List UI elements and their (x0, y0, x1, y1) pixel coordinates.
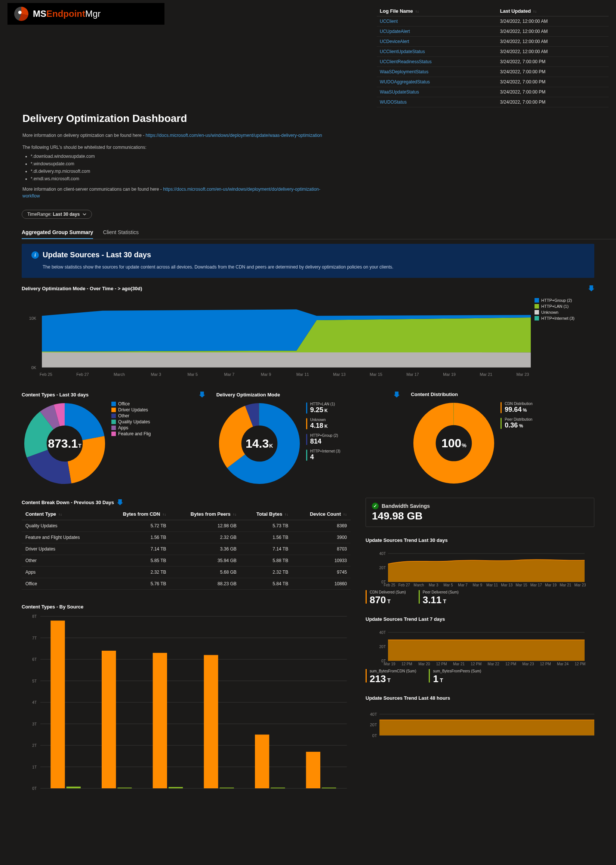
svg-text:Mar 17: Mar 17 (406, 372, 419, 377)
area-legend: HTTP+Group (2)HTTP+LAN (1)UnknownHTTP+In… (531, 294, 594, 380)
tab-aggregated-summary[interactable]: Aggregated Group Summary (22, 225, 93, 239)
log-file-link[interactable]: UCClient (377, 16, 497, 27)
svg-rect-53 (168, 787, 183, 788)
log-col-name[interactable]: Log File Name↑↓ (377, 6, 497, 16)
svg-text:7T: 7T (32, 636, 37, 640)
svg-rect-51 (117, 788, 132, 788)
savings-title: Bandwidth Savings (382, 503, 430, 509)
donut-content-types[interactable]: 873.1T (22, 401, 108, 486)
log-file-link[interactable]: UCUpdateAlert (377, 27, 497, 37)
legend-item: Driver Updates (112, 407, 205, 412)
col-content-type[interactable]: Content Type↑↓ (22, 508, 103, 520)
breakdown-table: Content Type↑↓ Bytes from CDN↑↓ Bytes fr… (22, 508, 350, 590)
brand-part1: MS (33, 9, 46, 19)
legend-item: Quality Updates (112, 419, 205, 425)
log-file-link[interactable]: UCClientUpdateStatus (377, 47, 497, 57)
log-updated: 3/24/2022, 12:00:00 AM (497, 47, 608, 57)
svg-text:Mar 15: Mar 15 (516, 583, 528, 587)
sort-icon[interactable]: ↑↓ (233, 512, 237, 516)
tab-client-statistics[interactable]: Client Statistics (103, 225, 139, 239)
whitelist-item: *.emdl.ws.microsoft.com (31, 175, 329, 182)
sort-icon[interactable]: ↑↓ (163, 512, 167, 516)
svg-text:Mar 23: Mar 23 (517, 372, 529, 377)
brand: MSEndpointMgr (8, 3, 165, 25)
svg-text:12 PM: 12 PM (505, 662, 516, 666)
stat-item: Unknown4.18 K (306, 418, 400, 430)
table-row: UCClient3/24/2022, 12:00:00 AM (377, 16, 608, 27)
svg-text:Mar 7: Mar 7 (458, 583, 468, 587)
sort-icon[interactable]: ↑↓ (415, 9, 419, 13)
svg-text:Mar 24: Mar 24 (557, 662, 569, 666)
time-range-dropdown[interactable]: TimeRange: Last 30 days (22, 210, 92, 219)
log-file-link[interactable]: WUDOAggregatedStatus (377, 77, 497, 87)
whitelist-list: *.download.windowsupdate.com*.windowsupd… (31, 153, 329, 182)
log-file-link[interactable]: WUDOStatus (377, 97, 497, 107)
svg-text:Mar 11: Mar 11 (486, 583, 498, 587)
sort-icon[interactable]: ↑↓ (58, 512, 62, 516)
svg-text:5T: 5T (32, 679, 37, 683)
bysource-chart[interactable]: 0T1T2T3T4T5T6T7T8T (22, 613, 350, 796)
stat-item: HTTP+LAN (1)9.25 K (306, 402, 400, 414)
svg-rect-59 (322, 788, 336, 788)
svg-rect-56 (255, 734, 269, 788)
col-cdn[interactable]: Bytes from CDN↑↓ (103, 508, 170, 520)
brand-part2: Endpoint (46, 9, 85, 19)
trend30-title: Update Sources Trend Last 30 days (366, 537, 448, 543)
page-title: Delivery Optimization Dashboard (22, 113, 616, 124)
col-devices[interactable]: Device Count↑↓ (292, 508, 350, 520)
check-icon: ✓ (372, 503, 379, 510)
pin-icon[interactable] (588, 285, 594, 291)
table-row: WUDOStatus3/24/2022, 7:00:00 PM (377, 97, 608, 107)
donut-do-mode[interactable]: 14.3K (217, 401, 302, 486)
svg-text:Mar 9: Mar 9 (473, 583, 482, 587)
svg-text:Mar 3: Mar 3 (151, 372, 161, 377)
pin-icon[interactable] (117, 499, 123, 505)
svg-text:10K: 10K (29, 316, 37, 321)
col-total[interactable]: Total Bytes↑↓ (240, 508, 292, 520)
log-file-link[interactable]: UCDeviceAlert (377, 37, 497, 47)
svg-text:Feb 27: Feb 27 (76, 372, 89, 377)
pin-icon[interactable] (394, 392, 399, 398)
trend-stat: Peer Delivered (Sum)3.11 T (419, 590, 459, 606)
trend48-title: Update Sources Trend Last 48 hours (366, 695, 450, 701)
svg-text:12 PM: 12 PM (540, 662, 551, 666)
intro1-link[interactable]: https://docs.microsoft.com/en-us/windows… (146, 133, 322, 138)
log-col-updated[interactable]: Last Updated↑↓ (497, 6, 608, 16)
donut-ct-legend: OfficeDriver UpdatesOtherQuality Updates… (112, 401, 205, 437)
log-file-link[interactable]: WaaSUpdateStatus (377, 87, 497, 97)
svg-text:Feb 27: Feb 27 (398, 583, 410, 587)
trend7-chart[interactable]: 0T 20T 40T Mar 1912 PMMar 2012 PMMar 211… (366, 625, 594, 666)
sort-icon[interactable]: ↑↓ (533, 9, 537, 13)
log-file-link[interactable]: WaaSDeploymentStatus (377, 67, 497, 77)
svg-text:4T: 4T (32, 700, 37, 705)
table-row: UCUpdateAlert3/24/2022, 12:00:00 AM (377, 27, 608, 37)
svg-rect-55 (220, 788, 234, 788)
log-updated: 3/24/2022, 12:00:00 AM (497, 27, 608, 37)
area-chart[interactable]: 0K 10K Feb 25Feb 27MarchMar 3Mar 5Mar 7M… (22, 294, 594, 380)
trend-stat: CDN Delivered (Sum)870 T (366, 590, 406, 606)
table-row: WUDOAggregatedStatus3/24/2022, 7:00:00 P… (377, 77, 608, 87)
intro1-prefix: More information on delivery optimizatio… (22, 133, 146, 138)
svg-text:Mar 15: Mar 15 (370, 372, 382, 377)
svg-text:Mar 17: Mar 17 (530, 583, 542, 587)
svg-text:Mar 13: Mar 13 (501, 583, 513, 587)
legend-item: Other (112, 413, 205, 418)
sort-icon[interactable]: ↑↓ (343, 512, 347, 516)
svg-text:Mar 21: Mar 21 (479, 372, 492, 377)
donut-mode-stats: HTTP+LAN (1)9.25 KUnknown4.18 KHTTP+Grou… (306, 401, 400, 465)
legend-item: HTTP+Internet (3) (534, 316, 594, 321)
col-peers[interactable]: Bytes from Peers↑↓ (170, 508, 240, 520)
trend30-chart[interactable]: 0T 20T 40T Feb 25Feb 27MarchMar 3Mar 5Ma… (366, 546, 594, 587)
pin-icon[interactable] (199, 392, 205, 398)
svg-text:12 PM: 12 PM (436, 662, 447, 666)
info-banner: i Update Sources - Last 30 days The belo… (22, 244, 594, 278)
sort-icon[interactable]: ↑↓ (284, 512, 288, 516)
log-updated: 3/24/2022, 7:00:00 PM (497, 67, 608, 77)
table-row: Quality Updates5.72 TB12.98 GB5.73 TB836… (22, 520, 350, 532)
trend48-chart[interactable]: 0T 20T 40T (366, 704, 594, 745)
svg-text:6T: 6T (32, 657, 37, 662)
log-file-link[interactable]: UCClientReadinessStatus (377, 57, 497, 67)
donut-content-distribution[interactable]: 100% (411, 400, 497, 486)
svg-text:Mar 13: Mar 13 (333, 372, 346, 377)
svg-rect-52 (153, 653, 167, 788)
